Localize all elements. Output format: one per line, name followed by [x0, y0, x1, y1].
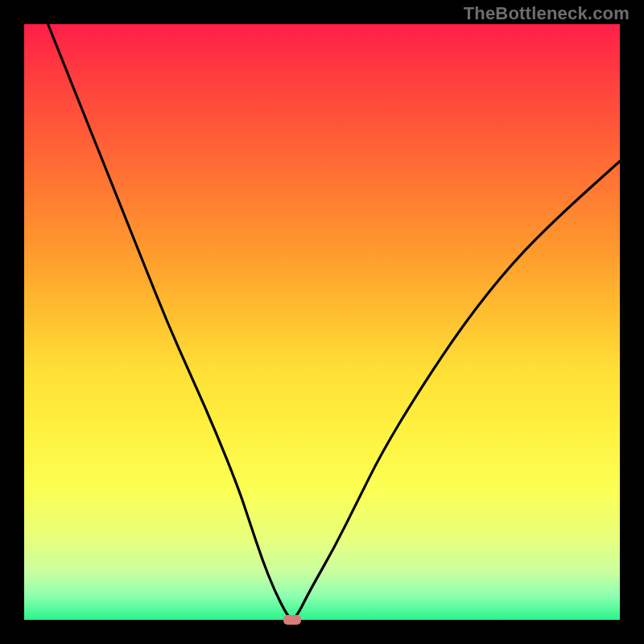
chart-frame: TheBottleneck.com	[0, 0, 644, 644]
minimum-marker	[283, 615, 301, 625]
plot-area	[24, 24, 620, 620]
watermark-text: TheBottleneck.com	[464, 3, 630, 24]
bottleneck-curve	[48, 24, 620, 618]
curve-layer	[24, 24, 620, 620]
